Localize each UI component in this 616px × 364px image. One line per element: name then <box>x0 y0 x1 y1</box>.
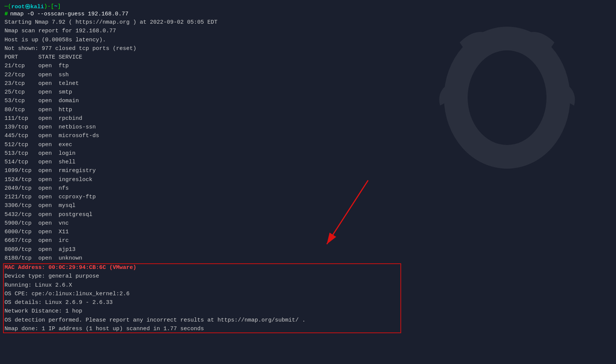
port-row: 8009/tcp open ajp13 <box>5 245 611 254</box>
os-info-line: Device type: general purpose <box>5 272 611 281</box>
os-info-line: MAC Address: 00:0C:29:94:CB:6C (VMware) <box>5 263 611 272</box>
footer-line: OS detection performed. Please report an… <box>5 316 611 325</box>
svg-point-1 <box>468 50 547 145</box>
prompt-path: ~ <box>54 3 57 10</box>
prompt-bracket-left: ─( <box>5 3 11 10</box>
port-row: 6667/tcp open irc <box>5 236 611 245</box>
os-info-line: Network Distance: 1 hop <box>5 307 611 316</box>
kali-watermark-icon <box>428 19 586 177</box>
prompt-close: ] <box>57 3 61 10</box>
command-text: nmap -O --osscan-guess 192.168.0.77 <box>10 11 128 17</box>
os-info-section: MAC Address: 00:0C:29:94:CB:6C (VMware)D… <box>5 263 611 333</box>
terminal-window: ─(root㉿kali)-[~] #nmap -O --osscan-guess… <box>0 0 616 364</box>
port-row: 5432/tcp open postgresql <box>5 210 611 219</box>
os-info-line: OS CPE: cpe:/o:linux:linux_kernel:2.6 <box>5 290 611 298</box>
command-line: #nmap -O --osscan-guess 192.168.0.77 <box>5 11 611 17</box>
prompt-line: ─(root㉿kali)-[~] <box>5 3 611 10</box>
port-row: 2049/tcp open nfs <box>5 184 611 193</box>
port-row: 8180/tcp open unknown <box>5 254 611 263</box>
port-row: 3306/tcp open mysql <box>5 201 611 210</box>
os-info-line: Running: Linux 2.6.X <box>5 281 611 290</box>
os-info-line: OS details: Linux 2.6.9 - 2.6.33 <box>5 298 611 307</box>
prompt-symbol: # <box>5 11 8 17</box>
port-row: 2121/tcp open ccproxy-ftp <box>5 193 611 201</box>
port-row: 6000/tcp open X11 <box>5 228 611 236</box>
prompt-bracket-right: )-[ <box>44 3 54 10</box>
footer-line: Nmap done: 1 IP address (1 host up) scan… <box>5 325 611 333</box>
port-row: 5900/tcp open vnc <box>5 219 611 228</box>
prompt-user-host: root㉿kali <box>11 3 44 10</box>
